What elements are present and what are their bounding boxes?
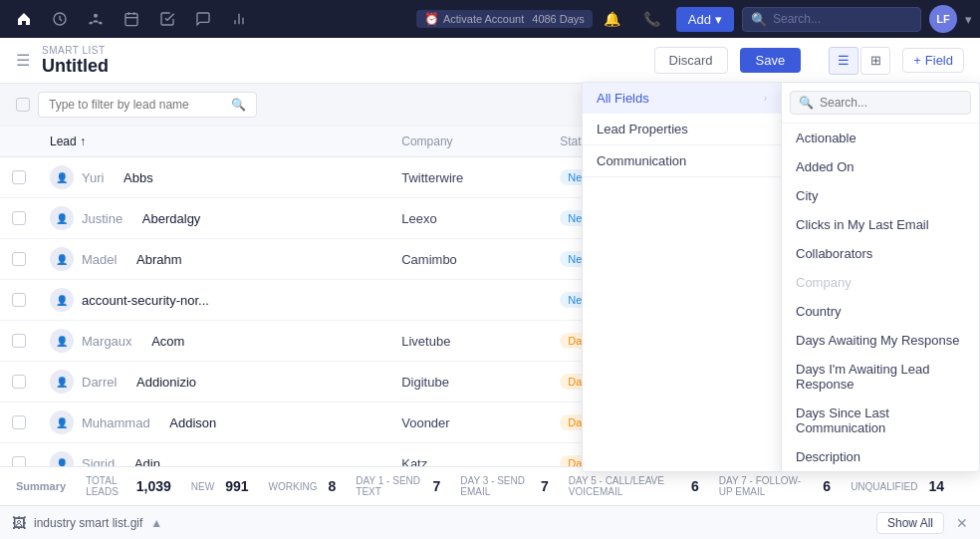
search-icon-filter: 🔍 <box>231 98 246 112</box>
row-lead-cell: 👤 Yuri Abbs <box>38 157 389 198</box>
summary-item: DAY 5 - CALL/LEAVE VOICEMAIL 6 <box>569 475 699 497</box>
close-bottom-icon[interactable]: ✕ <box>956 515 968 531</box>
bell-icon[interactable]: 🔔 <box>597 3 628 35</box>
dropdown-list-item[interactable]: Days Since Last Communication <box>782 399 979 442</box>
days-text: 4086 Days <box>532 13 585 25</box>
summary-item-label: NEW <box>191 481 214 492</box>
dropdown-list-item[interactable]: Description <box>782 442 979 471</box>
row-company-cell: Camimbo <box>389 239 548 280</box>
communication-label: Communication <box>597 153 686 168</box>
dropdown-list-item[interactable]: Added On <box>782 152 979 181</box>
lead-properties-item[interactable]: Lead Properties <box>583 114 781 145</box>
messages-icon[interactable] <box>187 3 219 35</box>
save-button[interactable]: Save <box>740 48 802 73</box>
summary-item: UNQUALIFIED 14 <box>851 478 944 494</box>
row-company: Voonder <box>401 415 449 430</box>
summary-item-value: 991 <box>225 478 248 494</box>
tasks-icon[interactable] <box>151 3 183 35</box>
lead-last-name: Abrahm <box>136 252 182 267</box>
dropdown-search-input[interactable] <box>820 96 962 110</box>
lead-icon: 👤 <box>50 329 74 353</box>
row-checkbox[interactable] <box>12 293 26 307</box>
activity-icon[interactable] <box>44 3 76 35</box>
dropdown-list-item[interactable]: City <box>782 181 979 210</box>
avatar[interactable]: LF <box>929 5 957 33</box>
dropdown-list-item[interactable]: Clicks in My Last Email <box>782 210 979 239</box>
lead-first-name: Margaux <box>82 334 132 349</box>
list-view-button[interactable]: ☰ <box>829 47 858 75</box>
summary-item-value: 6 <box>691 478 699 494</box>
search-box[interactable]: 🔍 <box>742 7 921 32</box>
col-company[interactable]: Company <box>389 127 548 157</box>
lead-last-name: Aberdalgy <box>142 211 201 226</box>
all-fields-item[interactable]: All Fields › <box>583 83 781 114</box>
lead-icon: 👤 <box>50 370 74 394</box>
summary-item-label: DAY 1 - SEND TEXT <box>356 475 421 497</box>
row-check-cell <box>0 198 38 239</box>
dropdown-search-inner[interactable]: 🔍 <box>790 91 971 115</box>
reports-icon[interactable] <box>223 3 255 35</box>
row-checkbox[interactable] <box>12 415 26 429</box>
expand-icon[interactable]: ▲ <box>150 516 162 530</box>
row-checkbox[interactable] <box>12 375 26 389</box>
bottom-bar: 🖼 industry smart list.gif ▲ Show All ✕ <box>0 505 980 539</box>
row-check-cell <box>0 362 38 403</box>
row-lead-cell: 👤 account-security-nor... <box>38 280 389 321</box>
lead-last-name: Abbs <box>123 170 153 185</box>
lead-icon: 👤 <box>50 288 74 312</box>
summary-item-value: 14 <box>928 478 944 494</box>
lead-last-name: Acom <box>151 334 184 349</box>
toolbar: ☰ SMART LIST Untitled Discard Save ☰ ⊞ +… <box>0 38 980 84</box>
discard-button[interactable]: Discard <box>654 47 728 74</box>
row-lead-cell: 👤 Muhammad Addison <box>38 403 389 443</box>
search-input[interactable] <box>773 12 912 26</box>
top-navigation: ⏰ Activate Account 4086 Days 🔔 📞 Add ▾ 🔍… <box>0 0 980 38</box>
select-all-checkbox[interactable] <box>16 98 30 112</box>
chevron-down-icon-avatar[interactable]: ▾ <box>965 12 972 27</box>
lead-icon: 👤 <box>50 165 74 189</box>
lead-first-name: Justine <box>82 211 122 226</box>
activate-banner[interactable]: ⏰ Activate Account 4086 Days <box>416 10 593 28</box>
lead-first-name: Madel <box>82 252 117 267</box>
dropdown-list-item[interactable]: Days Awaiting My Response <box>782 326 979 355</box>
add-button[interactable]: Add ▾ <box>676 7 734 32</box>
grid-view-button[interactable]: ⊞ <box>860 47 890 75</box>
row-checkbox[interactable] <box>12 170 26 184</box>
row-checkbox[interactable] <box>12 252 26 266</box>
row-company-cell: Leexo <box>389 198 548 239</box>
row-lead-cell: 👤 Justine Aberdalgy <box>38 198 389 239</box>
dropdown-list-item[interactable]: Actionable <box>782 124 979 152</box>
summary-item-value: 6 <box>823 478 831 494</box>
row-check-cell <box>0 239 38 280</box>
calendar-icon[interactable] <box>116 3 147 35</box>
all-fields-label: All Fields <box>597 91 649 106</box>
col-lead[interactable]: Lead ↑ <box>38 127 389 157</box>
contacts-icon[interactable] <box>80 3 112 35</box>
add-label: Add <box>688 12 711 27</box>
row-lead-cell: 👤 Darrel Addionizio <box>38 362 389 403</box>
dropdown-list-item[interactable]: Days I'm Awaiting Lead Response <box>782 355 979 399</box>
communication-item[interactable]: Communication <box>583 145 781 177</box>
show-all-button[interactable]: Show All <box>876 512 944 534</box>
filter-input-container[interactable]: 🔍 <box>38 92 257 118</box>
field-button[interactable]: + Field <box>902 48 964 73</box>
summary-item-value: 1,039 <box>136 478 171 494</box>
lead-icon: 👤 <box>50 247 74 271</box>
dropdown-list-item: Company <box>782 268 979 297</box>
summary-item: DAY 3 - SEND EMAIL 7 <box>460 475 548 497</box>
row-checkbox[interactable] <box>12 211 26 225</box>
row-company-cell: Voonder <box>389 403 548 443</box>
row-checkbox[interactable] <box>12 334 26 348</box>
summary-item-label: TOTAL LEADS <box>86 475 125 497</box>
dropdown-list-item[interactable]: Country <box>782 297 979 326</box>
row-company-cell: Twitterwire <box>389 157 548 198</box>
lead-first-name: Muhammad <box>82 415 150 430</box>
row-company: Livetube <box>401 334 450 349</box>
home-icon[interactable] <box>8 3 40 35</box>
filter-input[interactable] <box>49 98 225 112</box>
phone-icon[interactable]: 📞 <box>636 3 668 35</box>
dropdown-list-item[interactable]: Collaborators <box>782 239 979 268</box>
row-lead-cell: 👤 Madel Abrahm <box>38 239 389 280</box>
row-company-cell: Livetube <box>389 321 548 362</box>
hamburger-icon[interactable]: ☰ <box>16 51 30 70</box>
